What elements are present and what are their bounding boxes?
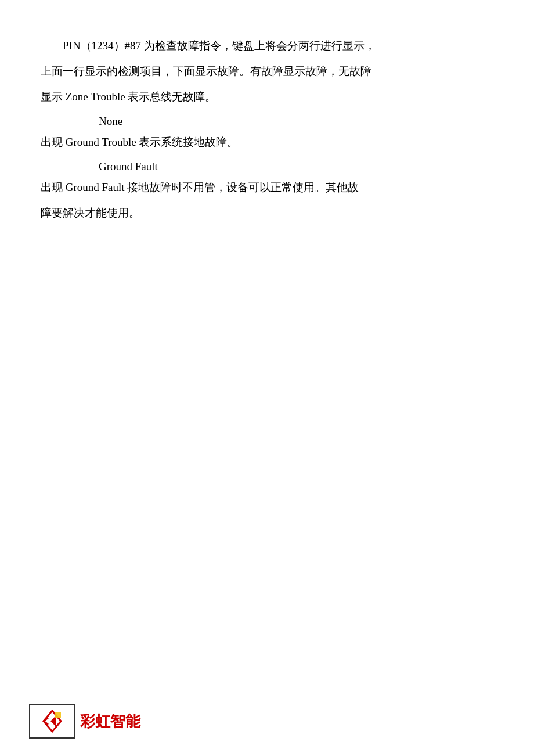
paragraph-3: 显示 Zone Trouble 表示总线无故障。 [41, 86, 499, 108]
logo-text: 彩虹智能 [80, 711, 140, 732]
paragraph-4-sub: Ground Fault [99, 157, 499, 177]
paragraph-3-sub: None [99, 111, 499, 131]
paragraph-1: PIN（1234）#87 为检查故障指令，键盘上将会分两行进行显示， [41, 35, 499, 57]
logo-area: 彩虹智能 [29, 704, 140, 739]
logo-box [29, 704, 75, 739]
logo-icon [38, 708, 67, 734]
svg-rect-2 [55, 712, 61, 718]
zone-trouble-term: Zone Trouble [66, 91, 125, 103]
paragraph-4: 出现 Ground Trouble 表示系统接地故障。 [41, 131, 499, 153]
main-content: PIN（1234）#87 为检查故障指令，键盘上将会分两行进行显示， 上面一行显… [0, 0, 534, 262]
paragraph-2: 上面一行显示的检测项目，下面显示故障。有故障显示故障，无故障 [41, 60, 499, 82]
paragraph-5: 出现 Ground Fault 接地故障时不用管，设备可以正常使用。其他故 [41, 177, 499, 199]
ground-trouble-term: Ground Trouble [66, 136, 136, 148]
paragraph-6: 障要解决才能使用。 [41, 202, 499, 224]
